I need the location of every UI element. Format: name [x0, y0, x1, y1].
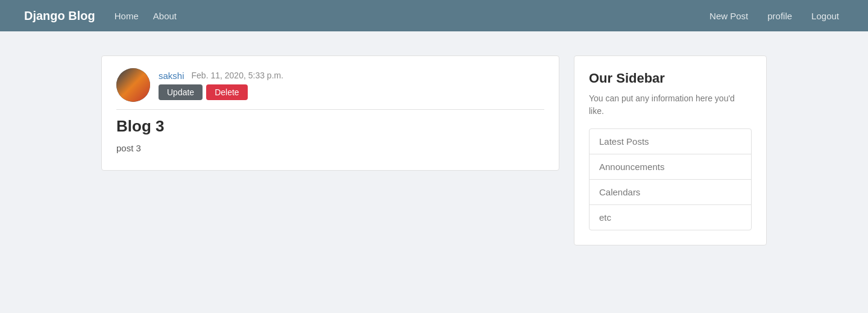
delete-button[interactable]: Delete	[206, 84, 247, 100]
avatar-image	[116, 68, 150, 102]
navbar-nav: Home About	[110, 8, 181, 24]
navbar-left: Django Blog Home About	[24, 8, 181, 24]
post-header: sakshi Feb. 11, 2020, 5:33 p.m. Update D…	[116, 68, 544, 102]
nav-profile-link[interactable]: profile	[763, 8, 797, 24]
sidebar: Our Sidebar You can put any information …	[574, 55, 767, 245]
post-divider	[116, 109, 544, 110]
post-author: sakshi	[159, 71, 184, 81]
navbar-brand[interactable]: Django Blog	[24, 9, 95, 23]
navbar: Django Blog Home About New Post profile …	[0, 0, 868, 31]
post-card: sakshi Feb. 11, 2020, 5:33 p.m. Update D…	[101, 55, 559, 171]
nav-home-link[interactable]: Home	[110, 8, 143, 24]
nav-about-link[interactable]: About	[148, 8, 181, 24]
sidebar-card: Our Sidebar You can put any information …	[574, 55, 767, 245]
post-title: Blog 3	[116, 117, 544, 136]
sidebar-list-item[interactable]: Announcements	[590, 154, 751, 180]
avatar	[116, 68, 150, 102]
post-content: post 3	[116, 142, 544, 156]
nav-new-post-link[interactable]: New Post	[705, 8, 753, 24]
update-button[interactable]: Update	[159, 84, 203, 100]
sidebar-list: Latest PostsAnnouncementsCalendarsetc	[589, 128, 752, 230]
post-actions: Update Delete	[159, 84, 283, 100]
post-date: Feb. 11, 2020, 5:33 p.m.	[192, 71, 284, 80]
sidebar-title: Our Sidebar	[589, 71, 752, 86]
main-container: sakshi Feb. 11, 2020, 5:33 p.m. Update D…	[0, 31, 868, 270]
posts-section: sakshi Feb. 11, 2020, 5:33 p.m. Update D…	[101, 55, 559, 245]
sidebar-list-item[interactable]: Calendars	[590, 180, 751, 205]
sidebar-description: You can put any information here you'd l…	[589, 92, 752, 118]
sidebar-list-item[interactable]: etc	[590, 205, 751, 230]
sidebar-list-item[interactable]: Latest Posts	[590, 129, 751, 154]
navbar-right: New Post profile Logout	[705, 8, 844, 24]
nav-logout-link[interactable]: Logout	[807, 8, 844, 24]
post-meta: sakshi Feb. 11, 2020, 5:33 p.m. Update D…	[159, 71, 283, 100]
post-author-row: sakshi Feb. 11, 2020, 5:33 p.m.	[159, 71, 283, 81]
